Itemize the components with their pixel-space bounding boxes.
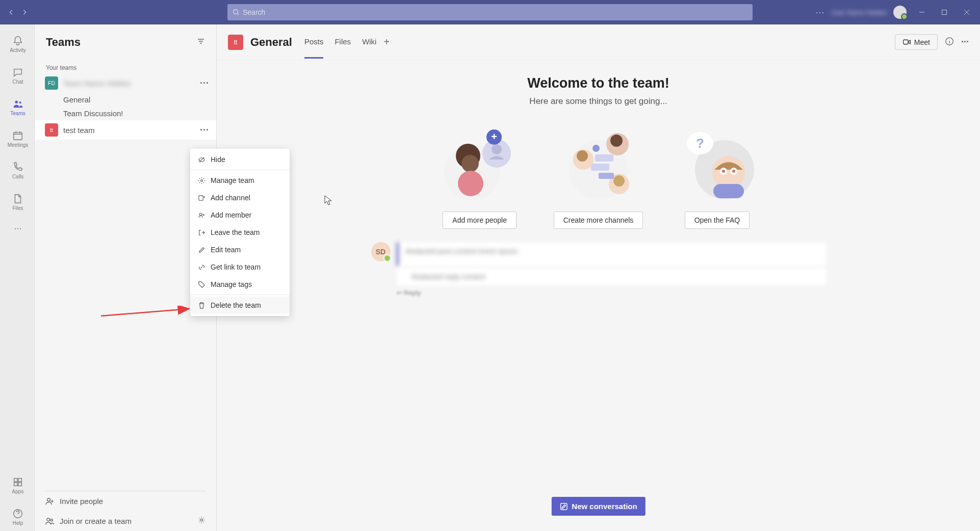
team-name-label: Team Name Hidden — [63, 79, 195, 88]
ctx-delete-team-label: Delete the team — [211, 301, 261, 309]
search-input[interactable] — [243, 8, 747, 16]
user-name-label: User Name Hidden — [831, 9, 887, 16]
channel-item[interactable]: Team Discussion! — [35, 107, 216, 120]
svg-rect-23 — [458, 171, 483, 196]
maximize-button[interactable] — [935, 3, 953, 21]
filter-button[interactable] — [197, 37, 205, 47]
tag-icon — [197, 280, 205, 288]
ctx-manage-tags[interactable]: Manage tags — [190, 276, 290, 293]
svg-point-22 — [461, 155, 479, 172]
manage-teams-gear-button[interactable] — [197, 516, 206, 526]
svg-rect-31 — [595, 154, 613, 162]
post-message[interactable]: Redacted post content lorem ipsum — [397, 242, 826, 267]
post-reply[interactable]: Redacted reply content — [397, 268, 826, 286]
svg-point-34 — [592, 145, 600, 152]
new-conversation-label: New conversation — [572, 502, 637, 511]
svg-point-13 — [200, 519, 202, 521]
close-button[interactable] — [958, 3, 976, 21]
tab-wiki[interactable]: Wiki — [362, 26, 376, 59]
svg-text:+: + — [491, 131, 497, 142]
svg-point-12 — [50, 519, 53, 521]
post-avatar: SD — [371, 242, 391, 261]
search-box[interactable] — [227, 4, 753, 20]
edit-icon — [197, 246, 205, 254]
svg-point-11 — [47, 518, 50, 521]
nav-forward-button[interactable] — [19, 7, 30, 17]
minimize-button[interactable] — [913, 3, 931, 21]
channel-header: tt General Posts Files Wiki + Meet ··· — [217, 24, 980, 60]
invite-people-link[interactable]: Invite people — [45, 491, 206, 511]
gear-icon — [197, 176, 205, 184]
rail-help[interactable]: Help — [0, 502, 34, 531]
rail-calls[interactable]: Calls — [0, 156, 34, 184]
titlebar-more-button[interactable]: ··· — [815, 7, 824, 18]
rail-calls-label: Calls — [12, 174, 23, 179]
rail-files[interactable]: Files — [0, 188, 34, 216]
open-faq-button[interactable]: Open the FAQ — [685, 211, 750, 229]
team-more-button[interactable]: ··· — [200, 125, 209, 136]
new-conversation-button[interactable]: New conversation — [551, 497, 645, 516]
rail-activity[interactable]: Activity — [0, 30, 34, 58]
meet-label: Meet — [914, 38, 930, 46]
svg-rect-8 — [18, 482, 21, 485]
tab-posts[interactable]: Posts — [304, 26, 324, 59]
welcome-title: Welcome to the team! — [217, 75, 980, 91]
welcome-subtitle: Here are some things to get going... — [217, 96, 980, 107]
svg-point-10 — [47, 498, 50, 501]
svg-point-28 — [577, 150, 588, 162]
svg-rect-6 — [18, 478, 21, 481]
ctx-add-channel-label: Add channel — [211, 194, 250, 202]
ctx-hide[interactable]: Hide — [190, 151, 290, 168]
rail-meetings[interactable]: Meetings — [0, 124, 34, 153]
rail-help-label: Help — [13, 520, 23, 526]
welcome-banner: Welcome to the team! Here are some thing… — [217, 60, 980, 112]
add-member-icon — [197, 211, 205, 219]
channel-info-button[interactable] — [945, 37, 954, 48]
tab-files[interactable]: Files — [334, 26, 351, 59]
svg-rect-7 — [14, 482, 17, 485]
rail-teams[interactable]: Teams — [0, 93, 34, 121]
join-create-team-link[interactable]: Join or create a team — [45, 511, 197, 531]
ctx-add-channel[interactable]: Add channel — [190, 189, 290, 206]
rail-meetings-label: Meetings — [8, 142, 29, 148]
svg-rect-46 — [198, 195, 202, 200]
channel-item[interactable]: General — [35, 93, 216, 107]
meet-button[interactable]: Meet — [895, 34, 938, 50]
svg-rect-44 — [560, 503, 566, 509]
team-item-2[interactable]: tt test team ··· — [35, 120, 216, 140]
team-item-1[interactable]: FD Team Name Hidden ··· — [35, 73, 216, 93]
svg-point-18 — [492, 144, 502, 154]
create-more-channels-button[interactable]: Create more channels — [554, 211, 643, 229]
hide-icon — [197, 155, 205, 164]
join-create-label: Join or create a team — [60, 517, 132, 525]
post-item: SD Redacted post content lorem ipsum Red… — [359, 242, 838, 297]
ctx-manage-team[interactable]: Manage team — [190, 172, 290, 189]
svg-rect-14 — [904, 40, 908, 44]
team-more-button[interactable]: ··· — [200, 78, 209, 89]
ctx-add-member[interactable]: Add member — [190, 206, 290, 224]
ctx-edit-team[interactable]: Edit team — [190, 241, 290, 258]
svg-point-3 — [19, 101, 21, 103]
add-tab-button[interactable]: + — [383, 36, 390, 48]
rail-apps[interactable]: Apps — [0, 471, 34, 499]
rail-more[interactable]: ··· — [0, 219, 34, 237]
ctx-leave-team[interactable]: Leave the team — [190, 224, 290, 241]
ctx-hide-label: Hide — [211, 155, 225, 164]
svg-text:?: ? — [696, 136, 704, 151]
svg-rect-33 — [599, 173, 614, 179]
ctx-delete-team[interactable]: Delete the team — [190, 297, 290, 314]
user-avatar[interactable] — [893, 6, 907, 19]
reply-link[interactable]: ↩ Reply — [397, 289, 826, 297]
svg-rect-43 — [713, 184, 744, 198]
ctx-manage-tags-label: Manage tags — [211, 280, 252, 288]
channel-more-button[interactable]: ··· — [961, 37, 969, 47]
svg-point-30 — [613, 175, 625, 187]
svg-point-0 — [234, 10, 238, 14]
create-channels-illustration — [555, 124, 642, 200]
rail-chat[interactable]: Chat — [0, 61, 34, 90]
ctx-get-link[interactable]: Get link to team — [190, 258, 290, 276]
svg-point-45 — [200, 179, 202, 181]
add-more-people-button[interactable]: Add more people — [443, 211, 517, 229]
nav-back-button[interactable] — [6, 7, 16, 17]
ctx-get-link-label: Get link to team — [211, 263, 261, 271]
